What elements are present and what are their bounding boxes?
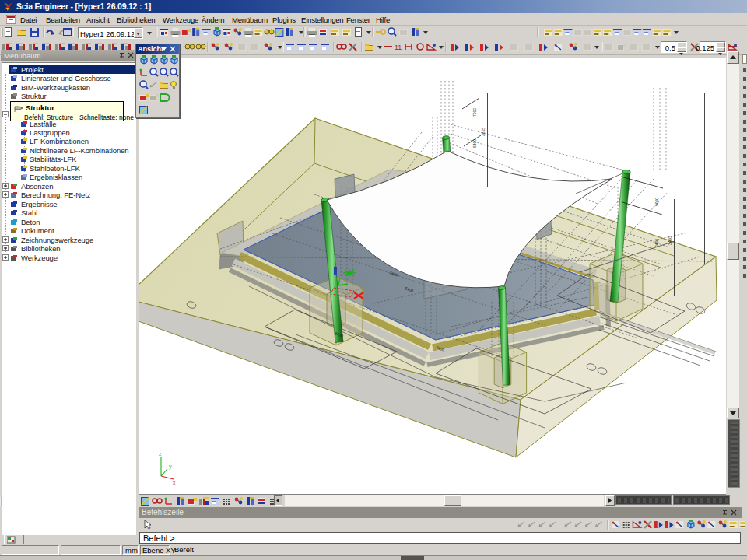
svg-text:2400: 2400 [654, 239, 659, 247]
svg-text:11: 11 [395, 44, 402, 51]
svg-text:3815: 3815 [481, 128, 486, 136]
svg-text:z: z [159, 451, 162, 457]
svg-text:5000: 5000 [654, 198, 659, 206]
svg-text:5400: 5400 [472, 139, 477, 148]
svg-text:x: x [173, 480, 176, 485]
svg-text:y: y [169, 464, 172, 470]
svg-text:3400: 3400 [668, 236, 672, 245]
svg-text:7000: 7000 [472, 108, 477, 117]
